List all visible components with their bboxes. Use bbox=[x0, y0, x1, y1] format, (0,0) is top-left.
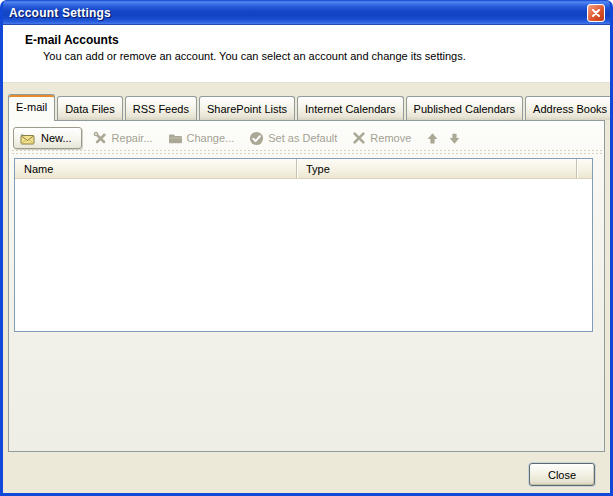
new-mail-icon bbox=[18, 131, 36, 145]
change-account-label: Change... bbox=[187, 132, 235, 144]
title-bar: Account Settings bbox=[0, 0, 613, 25]
set-as-default-button[interactable]: Set as Default bbox=[249, 131, 337, 146]
column-header-type[interactable]: Type bbox=[296, 159, 576, 178]
move-up-button[interactable] bbox=[426, 132, 439, 145]
move-down-icon bbox=[448, 132, 461, 145]
new-account-label: New... bbox=[41, 132, 72, 144]
repair-account-button[interactable]: Repair... bbox=[93, 131, 153, 146]
column-header-name[interactable]: Name bbox=[15, 159, 296, 178]
column-header-spacer bbox=[576, 159, 592, 178]
accounts-list: Name Type bbox=[14, 158, 593, 332]
remove-account-label: Remove bbox=[370, 132, 411, 144]
tab-address-books[interactable]: Address Books bbox=[525, 96, 613, 120]
tab-published-calendars[interactable]: Published Calendars bbox=[406, 96, 524, 120]
set-as-default-label: Set as Default bbox=[268, 132, 337, 144]
window-title: Account Settings bbox=[0, 6, 111, 20]
dialog-header: E-mail Accounts You can add or remove an… bbox=[3, 25, 610, 83]
accounts-list-header: Name Type bbox=[15, 159, 592, 179]
move-up-icon bbox=[426, 132, 439, 145]
repair-account-label: Repair... bbox=[112, 132, 153, 144]
change-account-button[interactable]: Change... bbox=[168, 132, 235, 145]
tab-internet-calendars[interactable]: Internet Calendars bbox=[297, 96, 404, 120]
tab-rss-feeds[interactable]: RSS Feeds bbox=[125, 96, 197, 120]
toolbar-grip-texture bbox=[11, 149, 602, 155]
account-settings-dialog: Account Settings E-mail Accounts You can… bbox=[0, 0, 613, 496]
page-title: E-mail Accounts bbox=[25, 33, 610, 47]
accounts-list-body[interactable] bbox=[15, 179, 592, 331]
remove-x-icon bbox=[352, 131, 366, 145]
set-default-check-icon bbox=[249, 131, 264, 146]
dialog-body: E-mail Data Files RSS Feeds SharePoint L… bbox=[3, 83, 610, 493]
page-description: You can add or remove an account. You ca… bbox=[43, 50, 610, 62]
tab-sharepoint-lists[interactable]: SharePoint Lists bbox=[199, 96, 295, 120]
close-button[interactable]: Close bbox=[529, 463, 595, 486]
tab-data-files[interactable]: Data Files bbox=[57, 96, 123, 120]
accounts-toolbar: New... Repair... bbox=[13, 125, 600, 151]
move-down-button[interactable] bbox=[448, 132, 461, 145]
tab-email[interactable]: E-mail bbox=[8, 94, 55, 121]
tab-strip: E-mail Data Files RSS Feeds SharePoint L… bbox=[8, 96, 613, 121]
remove-account-button[interactable]: Remove bbox=[352, 131, 411, 145]
email-tab-panel: New... Repair... bbox=[8, 120, 605, 452]
change-folder-icon bbox=[168, 132, 183, 145]
new-account-button[interactable]: New... bbox=[13, 127, 82, 149]
repair-tools-icon bbox=[93, 131, 108, 146]
close-icon[interactable] bbox=[587, 4, 605, 22]
